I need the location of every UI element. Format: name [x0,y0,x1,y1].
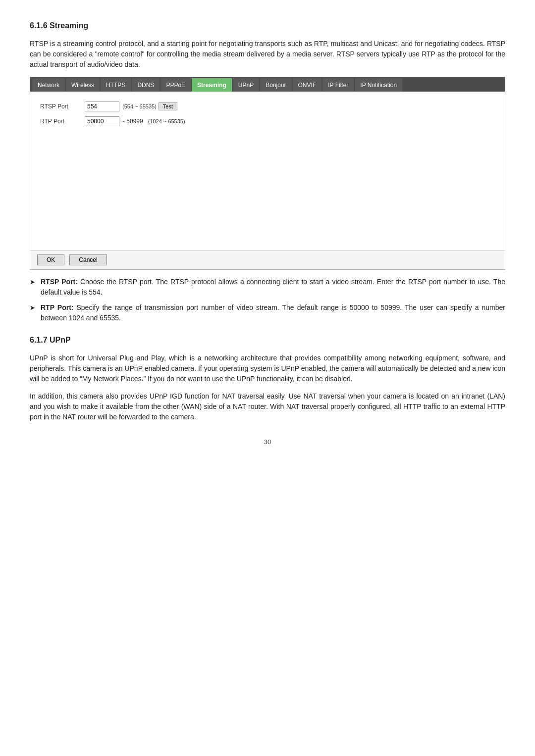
tab-network[interactable]: Network [32,78,65,92]
section-616-heading: 6.1.6 Streaming [30,20,505,32]
rtp-port-input[interactable] [85,116,119,126]
rtsp-port-row: RTSP Port (554 ~ 65535) Test [40,101,495,111]
tab-wireless[interactable]: Wireless [66,78,100,92]
section-616-description: RTSP is a streaming control protocol, an… [30,39,505,70]
rtsp-test-button[interactable]: Test [159,102,177,110]
bullet-rtp-body: Specify the range of transmission port n… [41,303,505,322]
section-617-para1: UPnP is short for Universal Plug and Pla… [30,353,505,384]
bullet-arrow-rtsp: ➤ [30,277,37,287]
section-617-heading: 6.1.7 UPnP [30,334,505,346]
rtp-port-row: RTP Port ~ 50999 (1024 ~ 65535) [40,116,495,126]
panel-footer: OK Cancel [30,250,505,269]
section-617-para2: In addition, this camera also provides U… [30,391,505,422]
rtp-range-separator: ~ 50999 [121,117,143,126]
rtsp-port-input[interactable] [85,101,119,111]
tab-ddns[interactable]: DDNS [132,78,160,92]
tab-onvif[interactable]: ONVIF [293,78,322,92]
ok-button[interactable]: OK [37,254,64,265]
bullet-section: ➤ RTSP Port: Choose the RTSP port. The R… [30,277,505,323]
page-number: 30 [30,437,505,447]
tab-bar: Network Wireless HTTPS DDNS PPPoE Stream… [30,77,505,92]
tab-streaming[interactable]: Streaming [192,78,232,92]
section-617: 6.1.7 UPnP UPnP is short for Universal P… [30,334,505,422]
tab-ip-notification[interactable]: IP Notification [355,78,402,92]
bullet-rtsp-bold: RTSP Port: [41,278,78,286]
rtp-port-label: RTP Port [40,117,85,126]
bullet-arrow-rtp: ➤ [30,303,37,313]
tab-ip-filter[interactable]: IP Filter [322,78,354,92]
bullet-rtp: ➤ RTP Port: Specify the range of transmi… [30,302,505,323]
cancel-button[interactable]: Cancel [69,254,107,265]
network-panel: Network Wireless HTTPS DDNS PPPoE Stream… [30,77,505,270]
bullet-rtsp: ➤ RTSP Port: Choose the RTSP port. The R… [30,277,505,298]
panel-content: RTSP Port (554 ~ 65535) Test RTP Port ~ … [30,92,505,250]
bullet-rtp-text: RTP Port: Specify the range of transmiss… [41,302,505,323]
tab-https[interactable]: HTTPS [101,78,131,92]
bullet-rtsp-body: Choose the RTSP port. The RTSP protocol … [41,278,505,296]
rtsp-port-label: RTSP Port [40,102,85,111]
tab-bonjour[interactable]: Bonjour [260,78,291,92]
tab-pppoe[interactable]: PPPoE [160,78,191,92]
tab-upnp[interactable]: UPnP [233,78,259,92]
bullet-rtsp-text: RTSP Port: Choose the RTSP port. The RTS… [41,277,505,298]
rtsp-port-hint: (554 ~ 65535) [122,102,157,111]
bullet-rtp-bold: RTP Port: [41,303,73,311]
rtp-port-hint: (1024 ~ 65535) [148,117,185,126]
